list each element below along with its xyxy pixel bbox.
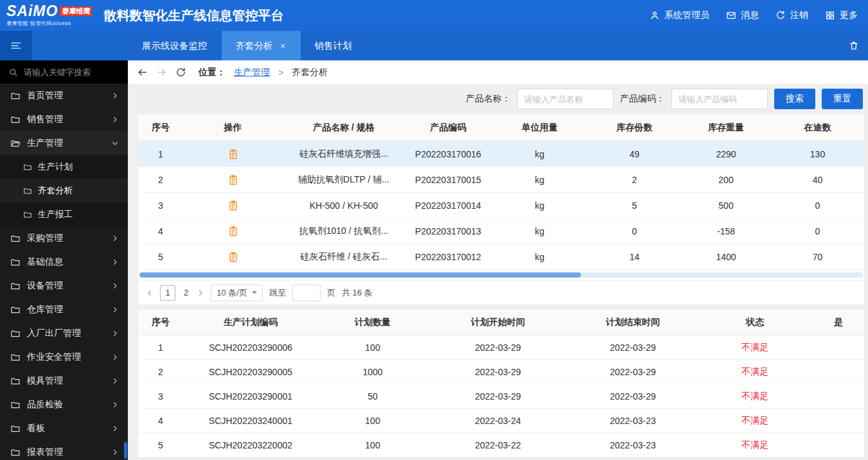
pagination: 1 2 10 条/页 跳至 页 共 16 条 (138, 280, 864, 305)
topbar: SAiMO 赛摩维鹰 赛摩智能 投资代码300466 散料数智化生产线信息管控平… (0, 0, 868, 31)
sidebar-item-label: 基础信息 (27, 256, 63, 268)
sidebar-item-label: 品质检验 (27, 399, 63, 411)
sidebar-item-warehouse[interactable]: 仓库管理 (0, 297, 128, 321)
table-row[interactable]: 4 抗氧剂1010 / 抗氧剂... P202203170013 kg 0 -1… (138, 218, 864, 244)
chevron-right-icon (111, 306, 119, 314)
chevron-right-icon (111, 377, 119, 385)
filter-bar: 产品名称： 产品编码： 搜索 重置 (128, 85, 868, 113)
clipboard-icon[interactable] (227, 200, 239, 211)
cell-in-transit: 130 (771, 141, 864, 166)
table-row[interactable]: 5 硅灰石纤维 / 硅灰石... P202203170012 kg 14 140… (138, 244, 864, 270)
cell-extra (813, 409, 864, 432)
sidebar-item-procurement[interactable]: 采购管理 (0, 226, 128, 250)
cell-plan-qty: 100 (318, 335, 427, 359)
product-name-input[interactable] (517, 89, 614, 109)
product-code-input[interactable] (671, 89, 768, 109)
forward-icon[interactable] (156, 67, 167, 78)
sidebar-item-production[interactable]: 生产管理 (0, 131, 128, 155)
table-row[interactable]: 5 SCJH202203220002 100 2022-03-22 2022-0… (138, 433, 864, 457)
tab-sales-plan[interactable]: 销售计划 (301, 31, 366, 60)
sidebar-item-label: 生产管理 (27, 137, 63, 149)
product-name-label: 产品名称： (466, 93, 511, 105)
cell-unit: kg (492, 141, 588, 166)
messages-label: 消息 (741, 10, 759, 21)
sidebar-item-quality-inspection[interactable]: 品质检验 (0, 393, 128, 416)
messages-button[interactable]: 消息 (726, 10, 759, 21)
close-icon[interactable] (279, 42, 287, 49)
user-menu[interactable]: 系统管理员 (650, 10, 709, 21)
breadcrumb-parent-link[interactable]: 生产管理 (234, 67, 270, 78)
sidebar-item-operation-safety[interactable]: 作业安全管理 (0, 345, 128, 369)
sidebar-item-reports[interactable]: 报表管理 (0, 440, 128, 460)
table-row[interactable]: 1 SCJH202203290006 100 2022-03-29 2022-0… (138, 335, 864, 360)
sidebar-scrollbar[interactable] (124, 442, 127, 459)
topbar-actions: 系统管理员 消息 注销 更多 (650, 10, 858, 21)
main-content: 位置： 生产管理 > 齐套分析 产品名称： 产品编码： 搜索 重置 序号 操作 (128, 60, 868, 460)
sidebar-search-input[interactable] (24, 67, 120, 77)
cell-plan-end: 2022-03-29 (569, 335, 697, 359)
search-button[interactable]: 搜索 (774, 89, 815, 109)
page-number-1[interactable]: 1 (160, 285, 175, 301)
sidebar-item-sales[interactable]: 销售管理 (0, 107, 128, 131)
cell-product-name: KH-500 / KH-500 (283, 193, 405, 218)
mail-icon (726, 10, 736, 21)
clipboard-icon[interactable] (227, 251, 239, 263)
clipboard-icon[interactable] (227, 226, 239, 237)
reset-button[interactable]: 重置 (822, 89, 863, 109)
cell-product-name: 辅助抗氧剂DLTP / 辅... (283, 167, 405, 192)
clipboard-icon[interactable] (227, 174, 239, 186)
page-size-select[interactable]: 10 条/页 (211, 285, 263, 301)
sidebar-subitem-kitting-analysis[interactable]: 齐套分析 (0, 179, 128, 202)
next-page-icon[interactable] (197, 289, 204, 297)
cell-stock-count: 2 (588, 167, 681, 192)
cell-in-transit: 70 (771, 244, 864, 269)
sidebar-item-basic-info[interactable]: 基础信息 (0, 250, 128, 274)
user-icon (650, 10, 660, 21)
table-row[interactable]: 3 SCJH202203290001 50 2022-03-29 2022-03… (138, 384, 864, 409)
cell-plan-qty: 1000 (318, 360, 427, 384)
close-all-tabs-button[interactable] (849, 31, 868, 60)
sidebar-subitem-production-report[interactable]: 生产报工 (0, 202, 128, 226)
clipboard-icon[interactable] (227, 148, 239, 160)
cell-seq: 5 (138, 244, 183, 269)
breadcrumb-bar: 位置： 生产管理 > 齐套分析 (128, 60, 868, 85)
refresh-icon[interactable] (175, 67, 186, 78)
column-header: 产品名称 / 规格 (283, 114, 405, 141)
table-row[interactable]: 1 硅灰石纤维填充增强... P202203170016 kg 49 2290 … (138, 141, 864, 167)
sidebar-collapse-button[interactable] (0, 31, 32, 60)
table-row[interactable]: 2 SCJH202203290005 1000 2022-03-29 2022-… (138, 360, 864, 384)
folder-open-icon (10, 138, 21, 148)
table-row[interactable]: 4 SCJH202203240001 100 2022-03-24 2022-0… (138, 409, 864, 433)
sidebar-item-label: 设备管理 (27, 280, 63, 292)
sidebar-item-entry-exit[interactable]: 入厂出厂管理 (0, 321, 128, 345)
folder-icon (23, 186, 32, 195)
page-number-2[interactable]: 2 (182, 288, 190, 297)
folder-icon (10, 328, 21, 339)
cell-action (183, 167, 283, 192)
sidebar-item-mold[interactable]: 模具管理 (0, 369, 128, 393)
chevron-right-icon (111, 282, 119, 290)
scrollbar-track[interactable] (139, 272, 863, 278)
breadcrumb-separator: > (278, 67, 283, 78)
sidebar-item-label: 销售管理 (27, 114, 63, 125)
logout-button[interactable]: 注销 (775, 10, 808, 21)
tab-display-line-monitor[interactable]: 展示线设备监控 (128, 31, 222, 60)
horizontal-scrollbar[interactable] (138, 270, 864, 280)
sidebar-item-equipment[interactable]: 设备管理 (0, 274, 128, 297)
back-icon[interactable] (137, 67, 148, 78)
prev-page-icon[interactable] (146, 289, 154, 297)
jump-page-input[interactable] (292, 285, 321, 301)
status-badge: 不满足 (697, 409, 813, 432)
column-header: 是 (813, 310, 864, 335)
sidebar-item-kanban[interactable]: 看板 (0, 416, 128, 440)
folder-icon (23, 210, 32, 219)
tab-kitting-analysis[interactable]: 齐套分析 (222, 31, 301, 60)
table-row[interactable]: 2 辅助抗氧剂DLTP / 辅... P202203170015 kg 2 20… (138, 167, 864, 193)
sidebar-subitem-production-plan[interactable]: 生产计划 (0, 155, 128, 179)
more-button[interactable]: 更多 (825, 10, 858, 21)
cell-seq: 1 (138, 335, 183, 359)
scrollbar-thumb[interactable] (139, 272, 581, 278)
sidebar-item-homepage[interactable]: 首页管理 (0, 84, 128, 107)
table-row[interactable]: 3 KH-500 / KH-500 P202203170014 kg 5 500… (138, 193, 864, 218)
product-code-label: 产品编码： (620, 93, 665, 105)
